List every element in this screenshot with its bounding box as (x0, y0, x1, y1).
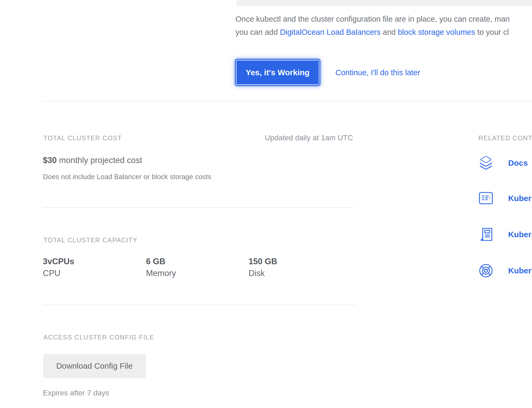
intro-line-1: Once kubectl and the cluster configurati… (235, 13, 510, 26)
capacity-disk: 150 GB Disk (249, 256, 277, 279)
intro-paragraph: Once kubectl and the cluster configurati… (235, 13, 510, 39)
block-storage-link[interactable]: block storage volumes (398, 28, 475, 36)
disk-value: 150 GB (249, 256, 277, 267)
kubernetes-getting-started-page: { "colors": { "accent_blue": "#2b65e6", … (0, 0, 532, 408)
yes-its-working-button[interactable]: Yes, it's Working (235, 59, 320, 86)
config-expiry-note: Expires after 7 days (43, 389, 109, 397)
intro-line2-prefix: you can add (235, 28, 280, 36)
section-divider (43, 101, 532, 101)
memory-value: 6 GB (146, 256, 176, 267)
related-item-support[interactable]: Kubern (478, 263, 532, 279)
cpu-value: 3vCPUs (43, 256, 74, 267)
related-item-label[interactable]: Kubern (508, 230, 532, 239)
guide-card-icon (478, 190, 493, 206)
related-content-header: RELATED CONT (478, 134, 532, 142)
cost-amount-suffix: monthly projected cost (57, 156, 142, 165)
related-item-label[interactable]: Docs (508, 158, 528, 168)
intro-line2-suffix: to your cl (475, 28, 509, 36)
config-section-header: ACCESS CLUSTER CONFIG FILE (43, 334, 154, 341)
cost-updated-note: Updated daily at 1am UTC (265, 134, 353, 142)
memory-label: Memory (146, 267, 176, 279)
disk-label: Disk (249, 267, 277, 279)
related-item-label[interactable]: Kubern (508, 194, 532, 203)
docs-stack-icon (478, 155, 493, 171)
related-item-label[interactable]: Kubern (508, 266, 532, 275)
cost-exclusion-note: Does not include Load Balancer or block … (43, 173, 211, 181)
cost-amount: $30 (43, 156, 57, 165)
section-divider (43, 305, 355, 305)
support-lifebuoy-icon (478, 263, 493, 279)
code-snippet-bottom-edge (236, 0, 532, 6)
load-balancers-link[interactable]: DigitalOcean Load Balancers (280, 28, 381, 36)
cpu-label: CPU (43, 267, 74, 279)
related-item-docs[interactable]: Docs (478, 155, 532, 171)
capacity-section-header: TOTAL CLUSTER CAPACITY (43, 236, 137, 244)
news-icon (478, 226, 493, 243)
capacity-cpu: 3vCPUs CPU (43, 256, 74, 279)
projected-cost: $30 monthly projected cost (43, 156, 142, 165)
continue-later-link[interactable]: Continue, I'll do this later (335, 66, 420, 79)
related-item-guide[interactable]: Kubern (478, 190, 532, 206)
capacity-memory: 6 GB Memory (146, 256, 176, 279)
intro-line2-mid: and (381, 28, 398, 36)
cost-section-header: TOTAL CLUSTER COST (43, 134, 122, 142)
section-divider (43, 207, 355, 208)
related-item-news[interactable]: Kubern (478, 226, 532, 243)
intro-line-2: you can add DigitalOcean Load Balancers … (235, 26, 510, 39)
download-config-file-button[interactable]: Download Config File (43, 354, 146, 378)
